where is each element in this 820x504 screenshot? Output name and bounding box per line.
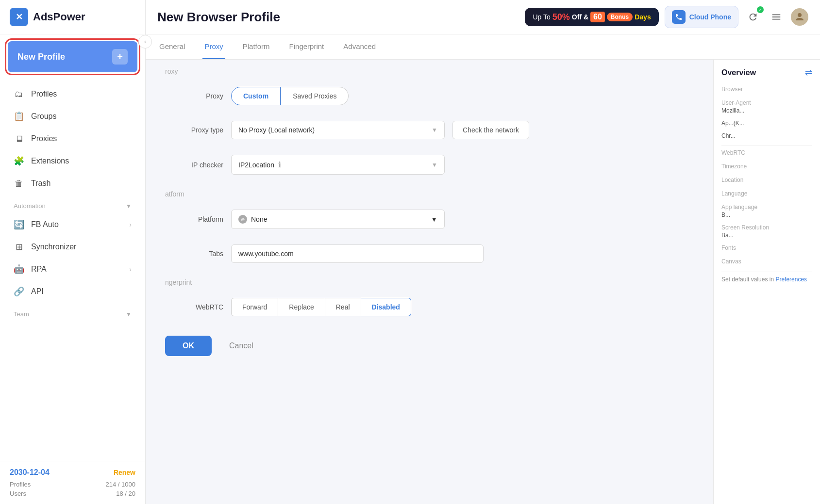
tab-bar: General Proxy Platform Fingerprint Advan…	[146, 34, 820, 60]
app-logo-icon: ✕	[10, 8, 28, 26]
proxy-type-select[interactable]: No Proxy (Local network) ▼	[231, 121, 445, 139]
sidebar-item-synchronizer[interactable]: ⊞ Synchronizer	[0, 236, 145, 258]
overview-header: Overview ⇌	[721, 67, 812, 78]
check-badge: ✓	[757, 6, 764, 13]
sidebar-item-trash[interactable]: 🗑 Trash	[0, 172, 145, 195]
ok-button[interactable]: OK	[165, 336, 212, 356]
extensions-label: Extensions	[31, 157, 69, 165]
tab-platform[interactable]: Platform	[241, 34, 272, 59]
overview-language-row: Language	[721, 190, 812, 198]
proxy-type-label: Proxy type	[165, 126, 223, 134]
cloud-phone-label: Cloud Phone	[689, 13, 731, 21]
sidebar-item-fb-auto[interactable]: 🔄 FB Auto ›	[0, 213, 145, 236]
webrtc-real-button[interactable]: Real	[325, 298, 361, 316]
users-stat-value: 18 / 20	[116, 490, 135, 497]
cancel-button[interactable]: Cancel	[219, 336, 263, 356]
automation-section-label: Automation ▼	[0, 195, 145, 213]
sidebar: ✕ AdsPower New Profile + 🗂 Profiles 📋 Gr…	[0, 0, 146, 504]
groups-icon: 📋	[14, 111, 24, 122]
new-profile-button[interactable]: New Profile +	[8, 41, 137, 72]
overview-fonts-row: Fonts	[721, 244, 812, 252]
profiles-icon: 🗂	[14, 89, 24, 99]
overview-close-button[interactable]: ⇌	[805, 67, 812, 78]
platform-select[interactable]: ⊕ None ▼	[231, 210, 445, 229]
overview-timezone-key: Timezone	[721, 163, 812, 170]
overview-location-key: Location	[721, 177, 812, 183]
main-content: New Browser Profile Up To 50% Off & 60 B…	[146, 0, 820, 504]
webrtc-forward-button[interactable]: Forward	[231, 298, 278, 316]
rpa-arrow-icon: ›	[129, 265, 132, 273]
proxy-section-header: roxy	[146, 60, 713, 79]
webrtc-disabled-button[interactable]: Disabled	[361, 298, 411, 316]
svg-point-0	[798, 13, 802, 17]
api-label: API	[31, 287, 44, 296]
proxies-label: Proxies	[31, 134, 57, 143]
tab-fingerprint[interactable]: Fingerprint	[287, 34, 326, 59]
overview-language-key: Language	[721, 190, 812, 197]
api-icon: 🔗	[14, 286, 24, 297]
webrtc-replace-button[interactable]: Replace	[278, 298, 325, 316]
overview-panel: Overview ⇌ Browser User-Agent Mozilla...…	[713, 60, 820, 504]
sidebar-item-proxies[interactable]: 🖥 Proxies	[0, 128, 145, 150]
ip-checker-select[interactable]: IP2Location ℹ ▼	[231, 155, 445, 175]
sidebar-collapse-button[interactable]: ‹	[138, 35, 152, 49]
overview-fonts-key: Fonts	[721, 244, 812, 251]
expiry-date: 2030-12-04	[10, 468, 50, 477]
tab-advanced[interactable]: Advanced	[341, 34, 378, 59]
overview-resolution-row: Screen Resolution Ba...	[721, 224, 812, 239]
fb-auto-icon: 🔄	[14, 219, 24, 230]
promo-banner[interactable]: Up To 50% Off & 60 Bonus Days	[525, 8, 658, 26]
proxy-section-label: roxy	[165, 67, 178, 75]
overview-preferences-row: Set default values in Preferences	[721, 276, 812, 283]
footer-stat-profiles: Profiles 214 / 1000	[10, 481, 135, 488]
proxy-custom-button[interactable]: Custom	[231, 87, 281, 105]
sidebar-item-api[interactable]: 🔗 API	[0, 280, 145, 303]
top-bar-right: Up To 50% Off & 60 Bonus Days Cloud Phon…	[525, 6, 808, 28]
overview-canvas-row: Canvas	[721, 258, 812, 266]
cloud-phone-icon	[672, 10, 686, 24]
menu-button[interactable]	[768, 8, 785, 26]
preferences-link[interactable]: Preferences	[775, 276, 807, 283]
tabs-input[interactable]	[231, 244, 484, 263]
overview-timezone-row: Timezone	[721, 163, 812, 171]
sidebar-item-extensions[interactable]: 🧩 Extensions	[0, 150, 145, 172]
tab-proxy[interactable]: Proxy	[202, 34, 225, 59]
team-section-label: Team ▼	[0, 303, 145, 322]
overview-browser-row: Browser	[721, 86, 812, 94]
webrtc-button-group: Forward Replace Real Disabled	[231, 298, 411, 316]
synchronizer-icon: ⊞	[14, 242, 24, 252]
team-label-text: Team	[14, 310, 29, 318]
platform-dot-icon: ⊕	[238, 215, 247, 224]
sidebar-item-rpa[interactable]: 🤖 RPA ›	[0, 258, 145, 280]
check-network-button[interactable]: Check the network	[452, 121, 529, 139]
sidebar-item-profiles[interactable]: 🗂 Profiles	[0, 83, 145, 105]
app-logo-text: AdsPower	[33, 11, 85, 23]
user-avatar[interactable]	[791, 8, 808, 26]
rpa-label: RPA	[31, 265, 47, 274]
overview-applang-row: App language B...	[721, 204, 812, 218]
tab-general[interactable]: General	[157, 34, 187, 59]
page-title: New Browser Profile	[157, 10, 280, 25]
overview-useragent-extra2: Chr...	[721, 132, 812, 139]
overview-canvas-key: Canvas	[721, 258, 812, 265]
overview-useragent-extra2-value: Chr...	[721, 132, 812, 139]
cloud-phone-button[interactable]: Cloud Phone	[665, 6, 738, 28]
platform-section-label: atform	[165, 190, 184, 198]
sidebar-item-groups[interactable]: 📋 Groups	[0, 105, 145, 128]
ip-checker-info-icon: ℹ	[278, 160, 281, 169]
fingerprint-section-label: ngerprint	[165, 278, 192, 286]
renew-link[interactable]: Renew	[114, 469, 135, 476]
promo-bonus: Bonus	[607, 13, 633, 21]
synchronizer-label: Synchronizer	[31, 243, 76, 251]
footer-stats: Profiles 214 / 1000 Users 18 / 20	[10, 481, 135, 497]
overview-resolution-key: Screen Resolution	[721, 224, 812, 231]
promo-up-to: Up To	[533, 13, 550, 21]
overview-useragent-value: Mozilla...	[721, 107, 812, 114]
overview-browser-key: Browser	[721, 86, 812, 93]
proxy-saved-button[interactable]: Saved Proxies	[281, 87, 349, 105]
overview-applang-value: B...	[721, 211, 812, 218]
automation-label-text: Automation	[14, 202, 46, 210]
promo-days: Days	[635, 13, 651, 21]
proxy-button-group: Custom Saved Proxies	[231, 87, 349, 105]
overview-resolution-value: Ba...	[721, 232, 812, 239]
